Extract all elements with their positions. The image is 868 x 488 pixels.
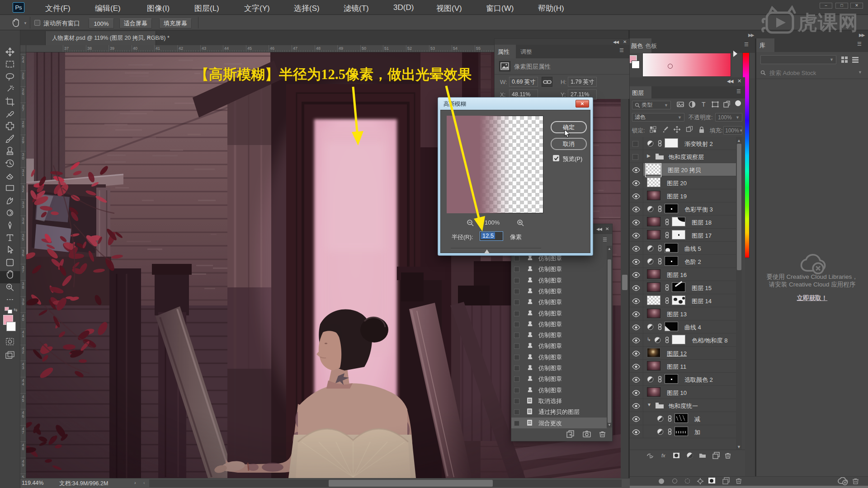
svg-text:T: T xyxy=(702,101,706,108)
svg-text:fx: fx xyxy=(661,453,665,458)
svg-text:虎课网: 虎课网 xyxy=(797,11,859,33)
